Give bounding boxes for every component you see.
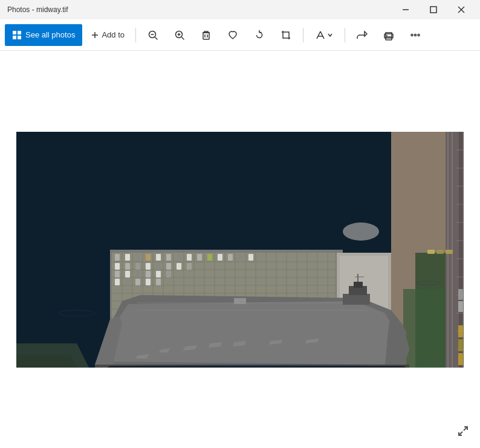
- svg-line-20: [317, 31, 320, 39]
- favorite-button[interactable]: [221, 24, 245, 46]
- svg-rect-17: [203, 33, 209, 39]
- svg-rect-100: [115, 279, 120, 285]
- svg-point-108: [343, 222, 379, 241]
- share-button[interactable]: [350, 24, 374, 46]
- svg-marker-157: [16, 355, 77, 368]
- toolbar-separator-1: [135, 28, 136, 42]
- svg-rect-83: [228, 254, 233, 261]
- titlebar: Photos - midway.tif: [0, 0, 480, 19]
- svg-rect-78: [177, 254, 181, 261]
- see-all-photos-label: See all photos: [25, 30, 75, 39]
- svg-rect-87: [125, 263, 130, 270]
- svg-point-28: [418, 34, 420, 36]
- svg-rect-86: [115, 263, 120, 270]
- main-content: [0, 51, 480, 448]
- svg-rect-1: [430, 7, 436, 13]
- svg-rect-93: [187, 263, 192, 270]
- expand-button[interactable]: [453, 421, 473, 441]
- minimize-button[interactable]: [392, 0, 420, 19]
- print-button[interactable]: [377, 24, 401, 46]
- toolbar-separator-2: [303, 28, 303, 42]
- svg-marker-129: [107, 366, 406, 368]
- svg-line-14: [182, 37, 184, 39]
- svg-rect-104: [156, 279, 161, 285]
- svg-rect-95: [125, 271, 130, 278]
- svg-rect-135: [446, 250, 453, 254]
- svg-rect-76: [156, 254, 161, 261]
- svg-rect-85: [248, 254, 253, 261]
- svg-point-27: [415, 34, 417, 36]
- svg-rect-92: [177, 263, 181, 270]
- svg-rect-81: [207, 254, 212, 261]
- svg-line-11: [155, 37, 158, 39]
- svg-rect-96: [135, 271, 140, 278]
- svg-rect-101: [125, 279, 130, 285]
- svg-rect-91: [166, 263, 171, 270]
- zoom-in-button[interactable]: [167, 24, 192, 46]
- svg-rect-99: [166, 271, 171, 278]
- svg-rect-77: [166, 254, 171, 261]
- svg-rect-74: [135, 254, 140, 261]
- svg-rect-155: [458, 289, 463, 300]
- svg-rect-5: [18, 31, 21, 34]
- svg-rect-4: [13, 31, 16, 34]
- svg-rect-75: [146, 254, 151, 261]
- svg-rect-133: [427, 250, 435, 254]
- svg-rect-88: [135, 263, 140, 270]
- close-button[interactable]: [447, 0, 475, 19]
- svg-rect-98: [156, 271, 161, 278]
- svg-rect-103: [146, 279, 151, 285]
- svg-rect-79: [187, 254, 192, 261]
- svg-rect-82: [218, 254, 222, 261]
- svg-rect-102: [135, 279, 140, 285]
- svg-rect-73: [125, 254, 130, 261]
- see-all-photos-button[interactable]: See all photos: [5, 24, 82, 46]
- delete-button[interactable]: [194, 24, 218, 46]
- svg-rect-72: [115, 254, 120, 261]
- svg-rect-90: [156, 263, 161, 270]
- add-to-label: Add to: [102, 30, 125, 39]
- svg-rect-80: [197, 254, 202, 261]
- svg-rect-114: [343, 294, 370, 305]
- photo-image: [16, 132, 464, 368]
- maximize-button[interactable]: [420, 0, 447, 19]
- svg-rect-152: [458, 339, 463, 351]
- svg-rect-97: [146, 271, 151, 278]
- svg-rect-94: [115, 271, 120, 278]
- crop-button[interactable]: [274, 24, 298, 46]
- svg-rect-154: [458, 301, 463, 312]
- svg-rect-130: [234, 298, 246, 304]
- draw-button[interactable]: [308, 24, 340, 46]
- svg-rect-7: [18, 36, 21, 39]
- rotate-button[interactable]: [247, 24, 271, 46]
- svg-rect-36: [403, 289, 446, 368]
- window-controls: [392, 0, 475, 19]
- svg-rect-89: [146, 263, 151, 270]
- add-to-button[interactable]: Add to: [85, 24, 131, 46]
- svg-rect-84: [238, 254, 243, 261]
- svg-rect-116: [354, 282, 363, 288]
- toolbar: See all photos Add to: [0, 19, 480, 51]
- svg-rect-6: [13, 36, 16, 39]
- toolbar-separator-3: [345, 28, 345, 42]
- zoom-out-button[interactable]: [141, 24, 165, 46]
- svg-rect-134: [436, 250, 444, 254]
- svg-rect-153: [458, 353, 463, 365]
- more-button[interactable]: [403, 24, 427, 46]
- window-title: Photos - midway.tif: [5, 5, 68, 14]
- svg-point-26: [411, 34, 413, 36]
- svg-line-21: [320, 31, 324, 39]
- svg-rect-151: [458, 325, 463, 337]
